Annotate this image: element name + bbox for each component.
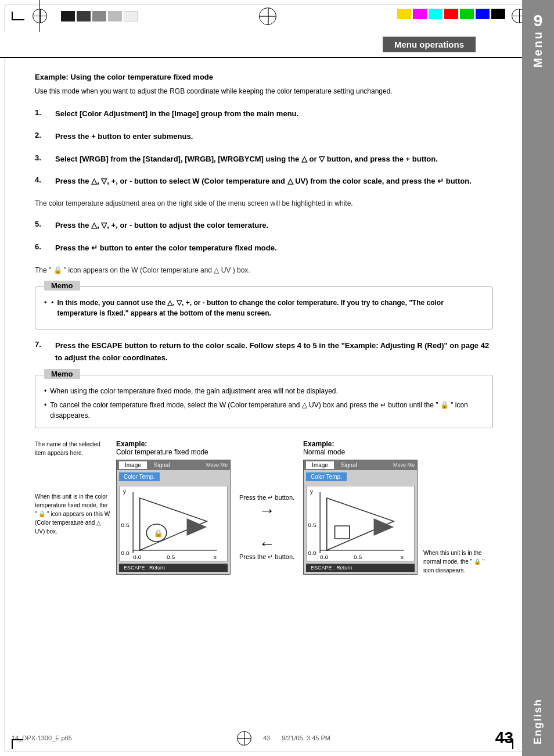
press-up-label: ← Press the ↵ button. [239,535,294,561]
right-sidebar: 9 Menu English [522,0,554,756]
memo2-bullet-1: • [44,386,46,396]
color-block-black2 [491,9,505,19]
bottom-left-reg [12,739,23,749]
diagram-left-tab-image: Image [119,461,147,469]
footer-crosshair [237,731,251,746]
note-after-4: The color temperature adjustment area on… [35,198,493,209]
diagram-left-example-label: Example: [116,440,231,448]
sidebar-menu-label: Menu [531,30,545,67]
step-5: 5. Press the △, ▽, +, or - button to adj… [35,220,493,232]
registration-marks-left [12,9,138,23]
annotation-bottom-left: When this unit is in the color temperatu… [35,492,110,536]
svg-text:0.5: 0.5 [167,554,175,560]
diagram-right-box: Image Signal Move Me Color Temp. y 0.5 0… [303,460,418,575]
chapter-number: 9 [534,12,543,30]
step-1-text: Select [Color Adjustment] in the [Image]… [55,108,493,120]
diagram-left-selected: Color Temp. [119,472,160,481]
color-bar-right [397,9,542,23]
sidebar-english-label: English [532,698,544,744]
svg-text:0.0: 0.0 [308,550,316,556]
diagram-right-tabs-row: Image Signal Move Me [304,460,417,470]
step-6-number: 6. [35,242,55,251]
memo-label-1: Memo [44,281,80,291]
diagram-left: Example: Color temperature fixed mode Im… [116,440,231,575]
svg-text:0.5: 0.5 [121,522,129,528]
diagram-right-tabs: Image Signal [306,461,363,469]
step-3-text: Select [WRGB] from the [Standard], [WRGB… [55,153,493,166]
press-down-label: Press the ↵ button. → [239,494,294,520]
color-block-dark [77,11,91,22]
step-1-number: 1. [35,108,55,117]
description-text: Use this mode when you want to adjust th… [35,86,493,96]
top-bar [0,0,554,32]
memo2-bullet-2: • [44,400,46,410]
svg-text:0.5: 0.5 [308,522,316,528]
diagram-left-tab-signal: Signal [148,461,176,469]
color-block-black [61,11,75,22]
note-after-6: The " 🔒 " icon appears on the W (Color t… [35,265,493,276]
diagram-right-graph: y 0.5 0.0 0.0 0.5 x [306,486,415,561]
svg-text:y: y [123,488,126,494]
page-footer: 14_DPX-1300_E.p65 43 9/21/05, 3:45 PM 43 [12,729,513,747]
color-block-yellow [397,9,411,19]
diagram-left-box: Image Signal Move Me Color Temp. y 0.5 0… [116,460,231,575]
press-down-text: Press the ↵ button. [239,494,294,501]
step-3-number: 3. [35,153,55,162]
step-6-text: Press the ↵ button to enter the color te… [55,242,493,255]
step-4-number: 4. [35,175,55,184]
diagram-left-sublabel: Color temperature fixed mode [116,448,231,456]
left-annotations: The name of the selected item appears he… [35,440,116,575]
diagram-left-tabs: Image Signal [119,461,176,469]
example-heading: Example: Using the color temperature fix… [35,73,493,81]
reg-mark-top-left [33,9,47,23]
svg-marker-26 [374,518,394,536]
memo-content-1: • In this mode, you cannot use the △, ▽,… [35,287,492,329]
color-block-red [444,9,458,19]
step-2: 2. Press the + button to enter submenus. [35,131,493,143]
diagram-left-escape: ESCAPE : Return [119,564,228,572]
memo-content-2: • When using the color temperature fixed… [35,375,492,428]
color-block-green [460,9,474,19]
diagram-left-move: Move Me [206,462,228,468]
svg-text:0.0: 0.0 [320,554,329,560]
diagram-right-tab-image: Image [306,461,334,469]
step-3: 3. Select [WRGB] from the [Standard], [W… [35,153,493,166]
diagram-right-selected: Color Temp. [306,472,347,481]
diagrams-section: The name of the selected item appears he… [35,440,493,575]
color-block-cyan [429,9,443,19]
header-section: Menu operations [0,32,522,58]
annotation-top-left: The name of the selected item appears he… [35,440,110,457]
step-4-text: Press the △, ▽, +, or - button to select… [55,175,493,188]
diagram-left-graph: y 0.5 0.0 0.0 0.5 x 🔒 [119,486,228,561]
svg-marker-15 [187,518,207,536]
step-1: 1. Select [Color Adjustment] in the [Ima… [35,108,493,120]
footer-right: 9/21/05, 3:45 PM [282,734,330,741]
step-5-text: Press the △, ▽, +, or - button to adjust… [55,220,493,232]
color-block-magenta [413,9,427,19]
step-7: 7. Press the ESCAPE button to return to … [35,340,493,364]
diagram-right-escape: ESCAPE : Return [306,564,415,572]
svg-text:y: y [310,488,313,494]
step-2-number: 2. [35,131,55,139]
step-4: 4. Press the △, ▽, +, or - button to sel… [35,175,493,188]
svg-text:0.5: 0.5 [354,554,362,560]
color-block-white [124,11,138,22]
color-block-mid [92,11,106,22]
diagram-right: Example: Normal mode Image Signal Move M… [303,440,418,575]
svg-text:0.0: 0.0 [133,554,142,560]
annotation-bottom-right: When this unit is in the normal mode, th… [423,549,493,575]
svg-text:🔒: 🔒 [153,529,164,538]
diagram-right-move: Move Me [393,462,415,468]
step-7-text: Press the ESCAPE button to return to the… [55,340,493,364]
arrow-section: Press the ↵ button. → ← Press the ↵ butt… [231,481,303,575]
section-title: Menu operations [383,37,476,52]
memo-box-1: Memo • In this mode, you cannot use the … [35,286,493,329]
color-block-light [108,11,122,22]
arrow-left-icon: ← [239,535,294,553]
memo2-item-2: • To cancel the color temperature fixed … [44,400,484,421]
press-up-text: Press the ↵ button. [239,553,294,561]
main-content: Example: Using the color temperature fix… [0,58,522,586]
step-2-text: Press the + button to enter submenus. [55,131,493,143]
svg-text:x: x [401,554,404,560]
memo2-item-1: • When using the color temperature fixed… [44,386,484,396]
